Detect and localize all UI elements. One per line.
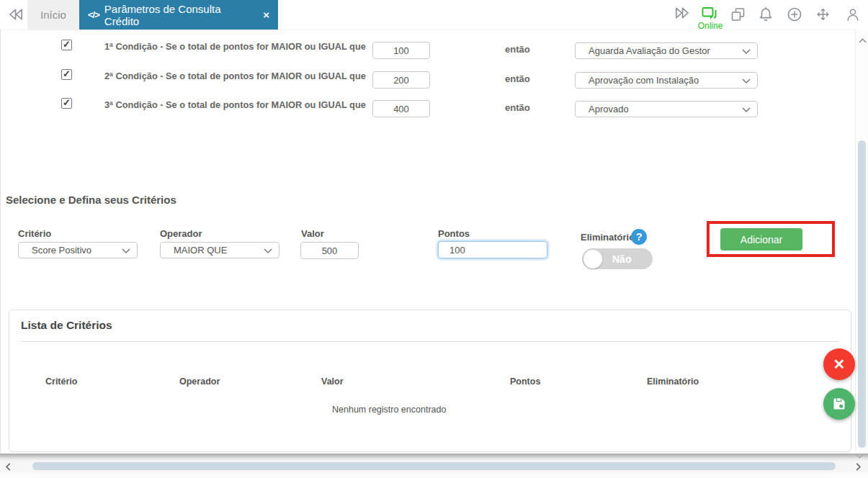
condition-1-action-value: Aguarda Avaliação do Gestor	[589, 45, 710, 56]
chevron-down-icon	[742, 78, 751, 84]
save-fab-button[interactable]	[823, 388, 855, 420]
app-window: Início </> Parâmetros de Consulta Crédit…	[0, 0, 868, 478]
condition-3-action-select[interactable]: Aprovado	[575, 101, 758, 117]
notifications-bell-icon[interactable]	[758, 6, 774, 25]
vertical-scrollbar[interactable]	[855, 30, 868, 454]
valor-label: Valor	[301, 228, 324, 239]
column-header-eliminatorio: Eliminatório	[647, 376, 699, 387]
tab-inicio[interactable]: Início	[27, 0, 79, 30]
chevron-down-icon	[742, 107, 751, 113]
eliminatorio-toggle[interactable]: Não	[582, 248, 653, 269]
chevron-down-icon	[264, 248, 272, 254]
scroll-right-icon[interactable]	[856, 463, 862, 471]
operador-value: MAIOR QUE	[174, 245, 227, 256]
condition-1-checkbox[interactable]	[61, 40, 72, 50]
horizontal-scrollbar[interactable]	[0, 454, 868, 478]
vertical-scroll-thumb[interactable]	[858, 140, 866, 448]
condition-1-then-label: então	[505, 44, 530, 55]
condition-2-action-value: Aprovação com Instalação	[589, 75, 699, 86]
criterio-select[interactable]: Score Positivo	[18, 242, 138, 258]
condition-1-value-input[interactable]	[372, 42, 430, 59]
condition-2-then-label: então	[505, 73, 530, 84]
operador-select[interactable]: MAIOR QUE	[160, 242, 279, 258]
criterio-label: Critério	[18, 228, 51, 239]
add-circle-icon[interactable]	[787, 6, 802, 25]
top-bar: Início </> Parâmetros de Consulta Crédit…	[0, 0, 868, 30]
collapse-tabs-icon[interactable]	[8, 8, 24, 24]
criteria-list-title: Lista de Critérios	[21, 319, 112, 332]
condition-3-checkbox[interactable]	[61, 98, 72, 109]
chevron-down-icon	[742, 49, 751, 55]
tab-close-icon[interactable]: ×	[263, 9, 269, 21]
cancel-fab-button[interactable]: ✕	[823, 348, 855, 380]
horizontal-scroll-thumb[interactable]	[32, 462, 836, 470]
valor-input[interactable]	[300, 242, 359, 259]
content-left-border	[0, 30, 1, 454]
criteria-list-card: Lista de Critérios Critério Operador Val…	[9, 310, 851, 452]
section-title: Selecione e Defina seus Critérios	[6, 194, 176, 206]
scroll-left-icon[interactable]	[5, 463, 11, 471]
adicionar-button[interactable]: Adicionar	[720, 228, 802, 251]
pontos-label: Pontos	[438, 228, 470, 239]
pontos-input[interactable]	[438, 241, 547, 258]
tab-inicio-label: Início	[40, 9, 66, 21]
tab-parametros-consulta-credito[interactable]: </> Parâmetros de Consulta Crédito ×	[79, 0, 278, 30]
close-icon: ✕	[833, 356, 846, 373]
condition-1-label: 1ª Condição - Se o total de pontos for M…	[104, 41, 366, 52]
condition-3-label: 3ª Condição - Se o total de pontos for M…	[104, 99, 366, 110]
column-header-criterio: Critério	[45, 376, 77, 387]
toggle-state-label: Não	[612, 253, 631, 265]
condition-2-label: 2ª Condição - Se o total de pontos for M…	[104, 71, 366, 81]
divider	[21, 341, 838, 342]
tab-parametros-label: Parâmetros de Consulta Crédito	[104, 3, 256, 27]
online-status-label: Online	[696, 21, 725, 31]
move-arrows-icon[interactable]	[815, 6, 831, 25]
user-profile-icon[interactable]	[846, 6, 860, 25]
code-icon: </>	[88, 9, 99, 20]
column-header-operador: Operador	[179, 376, 220, 387]
condition-2-value-input[interactable]	[372, 71, 430, 89]
condition-3-then-label: então	[505, 102, 530, 113]
scroll-down-icon[interactable]	[856, 454, 864, 459]
operador-label: Operador	[160, 228, 202, 239]
copy-icon[interactable]	[730, 6, 746, 25]
condition-1-action-select[interactable]: Aguarda Avaliação do Gestor	[575, 42, 758, 59]
chevron-down-icon	[122, 248, 130, 254]
scroll-up-icon[interactable]	[859, 37, 867, 43]
empty-list-message: Nenhum registro encontrado	[332, 405, 446, 415]
fast-forward-icon[interactable]	[674, 6, 691, 22]
condition-3-action-value: Aprovado	[589, 104, 629, 114]
column-header-valor: Valor	[321, 376, 344, 387]
column-header-pontos: Pontos	[510, 376, 540, 387]
condition-3-value-input[interactable]	[372, 100, 430, 117]
condition-2-checkbox[interactable]	[61, 69, 72, 80]
toggle-knob	[583, 250, 602, 269]
condition-2-action-select[interactable]: Aprovação com Instalação	[575, 72, 758, 89]
save-icon	[831, 396, 847, 412]
criterio-value: Score Positivo	[32, 245, 91, 256]
help-icon[interactable]: ?	[631, 229, 647, 245]
